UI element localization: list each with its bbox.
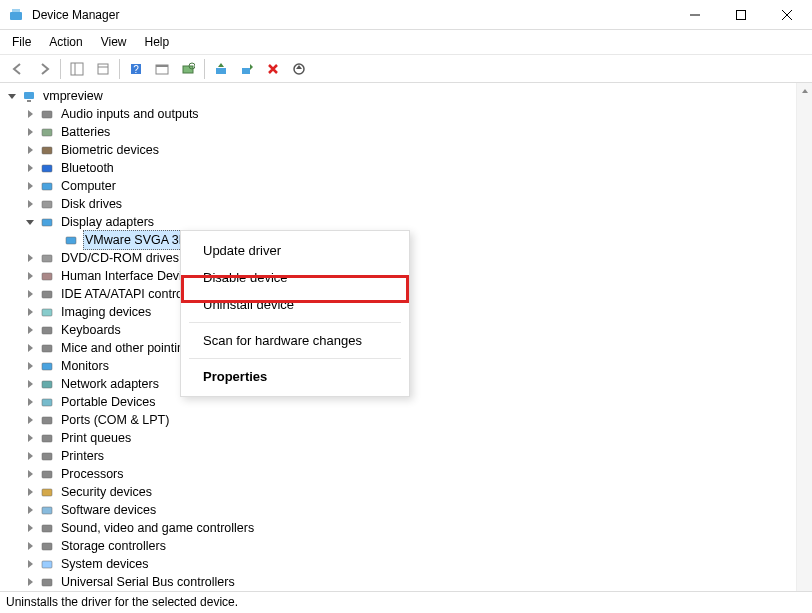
menu-action[interactable]: Action xyxy=(41,33,90,51)
svg-rect-42 xyxy=(42,489,52,496)
svg-rect-3 xyxy=(737,10,746,19)
caret-icon[interactable] xyxy=(24,450,36,462)
tree-category[interactable]: Ports (COM & LPT) xyxy=(6,411,812,429)
help-button[interactable]: ? xyxy=(124,57,148,81)
caret-icon[interactable] xyxy=(24,504,36,516)
category-icon xyxy=(39,412,55,428)
tree-category[interactable]: Software devices xyxy=(6,501,812,519)
svg-rect-21 xyxy=(42,111,52,118)
caret-icon[interactable] xyxy=(24,396,36,408)
tree-root[interactable]: vmpreview xyxy=(6,87,812,105)
caret-icon[interactable] xyxy=(24,540,36,552)
menu-view[interactable]: View xyxy=(93,33,135,51)
ctx-disable-device[interactable]: Disable device xyxy=(181,264,409,291)
caret-icon[interactable] xyxy=(24,324,36,336)
tree-category[interactable]: Universal Serial Bus controllers xyxy=(6,573,812,591)
enable-device-button[interactable] xyxy=(287,57,311,81)
caret-icon[interactable] xyxy=(24,144,36,156)
ctx-scan-hardware[interactable]: Scan for hardware changes xyxy=(181,327,409,354)
tree-item-label: Security devices xyxy=(59,483,154,501)
caret-icon[interactable] xyxy=(24,198,36,210)
maximize-button[interactable] xyxy=(718,0,764,30)
svg-rect-43 xyxy=(42,507,52,514)
tree-item-label: VMware SVGA 3D xyxy=(83,230,190,250)
tree-category[interactable]: Sound, video and game controllers xyxy=(6,519,812,537)
disable-device-button[interactable] xyxy=(235,57,259,81)
svg-rect-26 xyxy=(42,201,52,208)
uninstall-device-button[interactable] xyxy=(261,57,285,81)
tree-category[interactable]: Computer xyxy=(6,177,812,195)
tree-item-label: Ports (COM & LPT) xyxy=(59,411,171,429)
update-driver-button[interactable] xyxy=(209,57,233,81)
back-button[interactable] xyxy=(6,57,30,81)
tree-category[interactable]: Printers xyxy=(6,447,812,465)
caret-icon[interactable] xyxy=(24,108,36,120)
category-icon xyxy=(39,484,55,500)
menu-help[interactable]: Help xyxy=(137,33,178,51)
tree-item-label: Bluetooth xyxy=(59,159,116,177)
tree-category[interactable]: Print queues xyxy=(6,429,812,447)
caret-icon[interactable] xyxy=(24,360,36,372)
caret-icon[interactable] xyxy=(24,486,36,498)
svg-rect-0 xyxy=(10,12,22,20)
caret-icon[interactable] xyxy=(24,468,36,480)
tree-item-label: Universal Serial Bus controllers xyxy=(59,573,237,591)
toolbar-divider xyxy=(204,59,205,79)
tree-category[interactable]: System devices xyxy=(6,555,812,573)
svg-rect-30 xyxy=(42,273,52,280)
caret-icon[interactable] xyxy=(24,414,36,426)
tree-category[interactable]: Audio inputs and outputs xyxy=(6,105,812,123)
svg-rect-35 xyxy=(42,363,52,370)
caret-icon[interactable] xyxy=(24,180,36,192)
tree-category[interactable]: Biometric devices xyxy=(6,141,812,159)
caret-icon[interactable] xyxy=(24,306,36,318)
forward-button[interactable] xyxy=(32,57,56,81)
tree-item-label: Audio inputs and outputs xyxy=(59,105,201,123)
caret-icon[interactable] xyxy=(24,576,36,588)
svg-rect-19 xyxy=(24,92,34,99)
toolbar-divider xyxy=(119,59,120,79)
caret-icon[interactable] xyxy=(24,342,36,354)
caret-icon[interactable] xyxy=(24,558,36,570)
svg-text:?: ? xyxy=(133,64,139,75)
tree-category[interactable]: Display adapters xyxy=(6,213,812,231)
tree-category[interactable]: Disk drives xyxy=(6,195,812,213)
caret-icon[interactable] xyxy=(24,270,36,282)
tree-item-label: Disk drives xyxy=(59,195,124,213)
caret-icon[interactable] xyxy=(24,252,36,264)
close-button[interactable] xyxy=(764,0,810,30)
caret-icon[interactable] xyxy=(24,162,36,174)
caret-icon[interactable] xyxy=(24,216,36,228)
scan-hardware-button[interactable] xyxy=(176,57,200,81)
svg-rect-16 xyxy=(216,68,226,74)
category-icon xyxy=(39,142,55,158)
caret-icon[interactable] xyxy=(24,378,36,390)
tree-item-label: Software devices xyxy=(59,501,158,519)
svg-rect-31 xyxy=(42,291,52,298)
scroll-up-icon[interactable] xyxy=(797,83,812,99)
caret-icon[interactable] xyxy=(24,432,36,444)
caret-icon[interactable] xyxy=(6,90,18,102)
caret-icon[interactable] xyxy=(24,522,36,534)
tree-category[interactable]: Storage controllers xyxy=(6,537,812,555)
properties-button[interactable] xyxy=(91,57,115,81)
caret-icon[interactable] xyxy=(24,288,36,300)
tree-category[interactable]: Batteries xyxy=(6,123,812,141)
tree-category[interactable]: Bluetooth xyxy=(6,159,812,177)
tree-category[interactable]: Security devices xyxy=(6,483,812,501)
ctx-update-driver[interactable]: Update driver xyxy=(181,237,409,264)
menu-file[interactable]: File xyxy=(4,33,39,51)
ctx-properties[interactable]: Properties xyxy=(181,363,409,390)
ctx-uninstall-device[interactable]: Uninstall device xyxy=(181,291,409,318)
action-button[interactable] xyxy=(150,57,174,81)
minimize-button[interactable] xyxy=(672,0,718,30)
svg-rect-39 xyxy=(42,435,52,442)
scrollbar[interactable] xyxy=(796,83,812,591)
category-icon xyxy=(39,376,55,392)
category-icon xyxy=(39,340,55,356)
svg-rect-14 xyxy=(183,66,193,73)
caret-icon[interactable] xyxy=(24,126,36,138)
tree-item-label: Monitors xyxy=(59,357,111,375)
show-hide-tree-button[interactable] xyxy=(65,57,89,81)
tree-category[interactable]: Processors xyxy=(6,465,812,483)
